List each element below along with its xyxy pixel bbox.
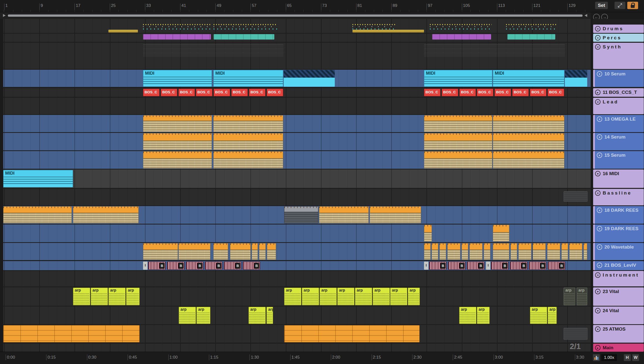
- dots-clip[interactable]: [214, 23, 277, 30]
- bos-clip[interactable]: BOS_C: [530, 89, 546, 96]
- dots-clip[interactable]: [143, 23, 211, 30]
- hatch-clip[interactable]: [565, 70, 587, 87]
- lane-10-serum[interactable]: MIDIMIDIMIDIMIDI: [3, 70, 591, 87]
- tt-clip[interactable]: [143, 115, 212, 132]
- track-header-14-serum[interactable]: ▾14 Serum: [593, 133, 644, 150]
- track-header-10-serum[interactable]: ▾10 Serum: [593, 70, 644, 87]
- lane-instrument[interactable]: [3, 271, 591, 286]
- tt-clip[interactable]: [230, 243, 251, 260]
- ghost-clip[interactable]: [564, 191, 587, 202]
- lane-synth[interactable]: [3, 43, 591, 69]
- lane-drums[interactable]: [3, 19, 591, 33]
- stripe-clip[interactable]: B: [429, 262, 446, 270]
- bos-clip[interactable]: BOS_C: [548, 89, 564, 96]
- arp-clip[interactable]: arp: [337, 288, 355, 305]
- midi-clip[interactable]: MIDI: [424, 70, 492, 87]
- midi-clip[interactable]: MIDI: [3, 170, 73, 188]
- overview-scrollbar[interactable]: [0, 12, 591, 19]
- tt-clip[interactable]: [462, 243, 468, 260]
- arp-clip[interactable]: arp: [248, 307, 266, 324]
- stripe-clip[interactable]: B: [510, 262, 527, 270]
- track-header-lead[interactable]: ≡Lead: [593, 98, 644, 114]
- tt-clip[interactable]: [213, 151, 283, 168]
- arp-clip[interactable]: arp: [284, 288, 301, 305]
- lane-bassline[interactable]: [3, 189, 591, 205]
- tt-clip[interactable]: [440, 243, 446, 260]
- track-header-13-omega-le[interactable]: ▾13 OMEGA LE: [593, 115, 644, 132]
- track-header-19-dark-rees[interactable]: ▾19 DARK REES: [593, 224, 644, 242]
- zoom-button[interactable]: ⤢: [614, 2, 625, 9]
- ibox-clip[interactable]: I: [143, 262, 147, 270]
- arp-clip[interactable]: arp: [390, 288, 407, 305]
- tt-clip[interactable]: [143, 243, 178, 260]
- lane-23-vital[interactable]: arparparparparparparparparparparparparpa…: [3, 287, 591, 306]
- hatch-clip[interactable]: [284, 70, 335, 87]
- stripe-clip[interactable]: B: [243, 262, 260, 270]
- tt-clip[interactable]: [252, 243, 258, 260]
- frozen-clip[interactable]: [424, 44, 565, 57]
- scroll-left-icon[interactable]: [3, 14, 6, 17]
- track-header-25-atmos[interactable]: ▾25 ATMOS: [593, 325, 644, 343]
- tt-clip[interactable]: [213, 115, 283, 132]
- bos-clip[interactable]: BOS_C: [214, 89, 230, 96]
- arp-clip[interactable]: arp: [108, 288, 126, 305]
- lane-11-bos-ccs-t[interactable]: BOS_CBOS_CBOS_CBOS_CBOS_CBOS_CBOS_CBOS_C…: [3, 88, 591, 97]
- teal-clip[interactable]: [507, 34, 555, 40]
- track-header-21-bos-leviv[interactable]: ▸21 BOS_LevIV: [593, 261, 644, 270]
- tt-clip[interactable]: [73, 206, 139, 223]
- midi-clip[interactable]: MIDI: [493, 70, 564, 87]
- tt-clip[interactable]: [259, 243, 266, 260]
- stripe-clip[interactable]: B: [548, 262, 565, 270]
- tt-clip[interactable]: [547, 243, 560, 260]
- tt-clip[interactable]: [424, 243, 431, 260]
- lane-15-serum[interactable]: [3, 151, 591, 169]
- tt-clip[interactable]: [319, 206, 369, 223]
- tt-clip[interactable]: [561, 243, 568, 260]
- tt-clip[interactable]: [493, 115, 564, 132]
- ghost-clip[interactable]: [564, 328, 587, 340]
- lane-24-vital[interactable]: arparparparparparparparp: [3, 306, 591, 324]
- garp-clip[interactable]: arp: [577, 288, 587, 305]
- tt-clip[interactable]: [143, 151, 212, 168]
- track-header-20-wavetable[interactable]: ▾20 Wavetable: [593, 243, 644, 260]
- track-header-synth[interactable]: ≡Synth: [593, 43, 644, 69]
- tt-clip[interactable]: [424, 151, 492, 168]
- arp-clip[interactable]: arp: [408, 288, 420, 305]
- tt-clip[interactable]: [493, 151, 564, 168]
- tt-clip[interactable]: [424, 115, 492, 132]
- lane-lead[interactable]: [3, 98, 591, 114]
- stripe-clip[interactable]: B: [148, 262, 165, 270]
- dots-clip[interactable]: [430, 23, 492, 30]
- track-header-18-dark-rees[interactable]: ▾18 DARK REES: [593, 206, 644, 224]
- track-header-24-vital[interactable]: ▾24 Vital: [593, 306, 644, 324]
- lane-16-midi[interactable]: MIDI: [3, 170, 591, 188]
- stripe-clip[interactable]: B: [448, 262, 465, 270]
- stripe-clip[interactable]: B: [205, 262, 222, 270]
- bos-clip[interactable]: BOS_C: [512, 89, 529, 96]
- arp-clip[interactable]: arp: [302, 288, 319, 305]
- bos-clip[interactable]: BOS_C: [477, 89, 493, 96]
- track-header-percs[interactable]: ≡Percs: [593, 34, 644, 42]
- stripe-clip[interactable]: B: [186, 262, 203, 270]
- arp-clip[interactable]: arp: [459, 307, 476, 324]
- track-header-bassline[interactable]: ≡Bassline: [593, 189, 644, 205]
- width-zoom-button[interactable]: W: [632, 354, 639, 361]
- stripe-clip[interactable]: B: [529, 262, 546, 270]
- tt-clip[interactable]: [370, 206, 421, 223]
- tt-clip[interactable]: [469, 243, 483, 260]
- arp-clip[interactable]: arp: [477, 307, 490, 324]
- arp-clip[interactable]: arp: [548, 307, 557, 324]
- lane-18-dark-rees[interactable]: [3, 206, 591, 224]
- track-header-drums[interactable]: ≡Drums: [593, 24, 644, 33]
- bos-clip[interactable]: BOS_C: [424, 89, 441, 96]
- stripe-clip[interactable]: B: [167, 262, 184, 270]
- tt-clip[interactable]: [493, 133, 564, 150]
- midi-clip[interactable]: MIDI: [213, 70, 283, 87]
- stripe-clip[interactable]: B: [224, 262, 241, 270]
- arp-clip[interactable]: arp: [126, 288, 140, 305]
- tt-clip[interactable]: [583, 243, 587, 260]
- arp-clip[interactable]: arp: [196, 307, 210, 324]
- ibox-clip[interactable]: I: [486, 262, 490, 270]
- bos-clip[interactable]: BOS_C: [442, 89, 458, 96]
- meter-button[interactable]: [593, 354, 600, 361]
